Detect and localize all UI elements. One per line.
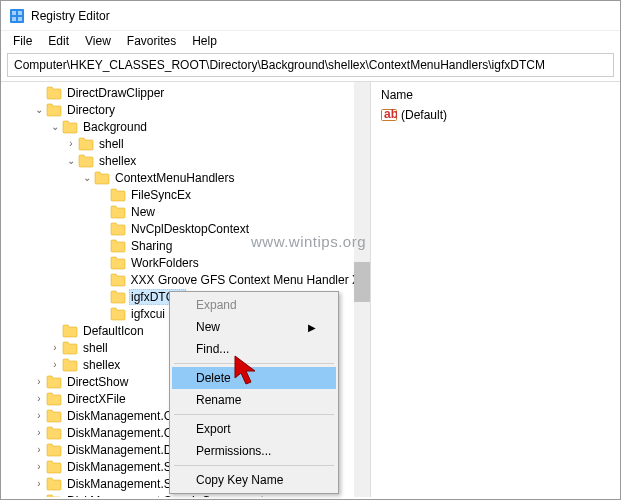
folder-icon <box>62 358 78 372</box>
chevron-right-icon[interactable]: › <box>33 376 45 387</box>
menu-item-label: Permissions... <box>196 444 271 458</box>
folder-icon <box>110 188 126 202</box>
address-bar[interactable]: Computer\HKEY_CLASSES_ROOT\Directory\Bac… <box>7 53 614 77</box>
menu-item-find-[interactable]: Find... <box>172 338 336 360</box>
menubar: File Edit View Favorites Help <box>1 31 620 51</box>
folder-icon <box>46 494 62 498</box>
chevron-down-icon[interactable]: ⌄ <box>49 121 61 132</box>
tree-item-label: DirectShow <box>65 375 130 389</box>
svg-rect-1 <box>12 11 16 15</box>
tree-item-label: shellex <box>97 154 138 168</box>
menu-item-delete[interactable]: Delete <box>172 367 336 389</box>
menu-separator <box>174 363 334 364</box>
folder-icon <box>110 239 126 253</box>
folder-icon <box>110 205 126 219</box>
menu-file[interactable]: File <box>5 32 40 50</box>
tree-item-label: DiskManagement.Sn <box>65 477 180 491</box>
menu-item-label: New <box>196 320 220 334</box>
menu-edit[interactable]: Edit <box>40 32 77 50</box>
folder-icon <box>46 392 62 406</box>
folder-icon <box>78 154 94 168</box>
chevron-right-icon[interactable]: › <box>33 393 45 404</box>
tree-scrollbar[interactable] <box>354 82 370 497</box>
value-row-default[interactable]: ab (Default) <box>379 106 612 124</box>
folder-icon <box>110 273 126 287</box>
tree-item-label: DefaultIcon <box>81 324 146 338</box>
folder-icon <box>62 341 78 355</box>
menu-view[interactable]: View <box>77 32 119 50</box>
svg-text:ab: ab <box>384 107 397 121</box>
folder-icon <box>78 137 94 151</box>
regedit-icon <box>9 8 25 24</box>
menu-favorites[interactable]: Favorites <box>119 32 184 50</box>
tree-item[interactable]: ⌄shellex <box>1 152 370 169</box>
tree-item[interactable]: ›shell <box>1 135 370 152</box>
svg-rect-3 <box>12 17 16 21</box>
menu-item-export[interactable]: Export <box>172 418 336 440</box>
chevron-right-icon[interactable]: › <box>49 359 61 370</box>
tree-item-label: ContextMenuHandlers <box>113 171 236 185</box>
tree-item-label: Directory <box>65 103 117 117</box>
tree-item-label: DirectXFile <box>65 392 128 406</box>
tree-item-label: Sharing <box>129 239 174 253</box>
folder-icon <box>62 120 78 134</box>
folder-icon <box>110 307 126 321</box>
context-menu: ExpandNew▶Find...DeleteRenameExportPermi… <box>169 291 339 494</box>
menu-help[interactable]: Help <box>184 32 225 50</box>
chevron-right-icon[interactable]: › <box>49 342 61 353</box>
menu-separator <box>174 414 334 415</box>
tree-item[interactable]: FileSyncEx <box>1 186 370 203</box>
menu-item-copy-key-name[interactable]: Copy Key Name <box>172 469 336 491</box>
chevron-down-icon[interactable]: ⌄ <box>81 172 93 183</box>
tree-item[interactable]: NvCplDesktopContext <box>1 220 370 237</box>
folder-icon <box>46 86 62 100</box>
chevron-down-icon[interactable]: ⌄ <box>33 104 45 115</box>
menu-item-label: Copy Key Name <box>196 473 283 487</box>
value-name: (Default) <box>401 108 447 122</box>
tree-item-label: Background <box>81 120 149 134</box>
window-title: Registry Editor <box>31 9 110 23</box>
tree-item-label: DiskManagement.Co <box>65 409 181 423</box>
menu-item-label: Rename <box>196 393 241 407</box>
tree-item-label: DirectDrawClipper <box>65 86 166 100</box>
folder-icon <box>46 103 62 117</box>
chevron-right-icon[interactable]: › <box>33 427 45 438</box>
tree-item[interactable]: New <box>1 203 370 220</box>
tree-item[interactable]: XXX Groove GFS Context Menu Handler XX <box>1 271 370 288</box>
menu-item-new[interactable]: New▶ <box>172 316 336 338</box>
menu-item-label: Delete <box>196 371 231 385</box>
tree-item[interactable]: ⌄Directory <box>1 101 370 118</box>
tree-item-label: WorkFolders <box>129 256 201 270</box>
svg-rect-2 <box>18 11 22 15</box>
tree-item[interactable]: DirectDrawClipper <box>1 84 370 101</box>
tree-scrollbar-thumb[interactable] <box>354 262 370 302</box>
chevron-right-icon[interactable]: › <box>33 478 45 489</box>
tree-item-label: FileSyncEx <box>129 188 193 202</box>
tree-item[interactable]: ⌄Background <box>1 118 370 135</box>
value-pane: Name ab (Default) <box>371 82 620 497</box>
menu-item-expand: Expand <box>172 294 336 316</box>
folder-icon <box>46 375 62 389</box>
folder-icon <box>94 171 110 185</box>
tree-item[interactable]: Sharing <box>1 237 370 254</box>
folder-icon <box>46 426 62 440</box>
chevron-right-icon[interactable]: › <box>33 444 45 455</box>
tree-item-label: New <box>129 205 157 219</box>
folder-icon <box>46 443 62 457</box>
chevron-down-icon[interactable]: ⌄ <box>65 155 77 166</box>
menu-item-permissions-[interactable]: Permissions... <box>172 440 336 462</box>
column-header-name[interactable]: Name <box>379 84 612 106</box>
folder-icon <box>46 477 62 491</box>
menu-item-rename[interactable]: Rename <box>172 389 336 411</box>
menu-item-label: Export <box>196 422 231 436</box>
folder-icon <box>46 409 62 423</box>
chevron-right-icon[interactable]: › <box>65 138 77 149</box>
chevron-right-icon[interactable]: › <box>33 461 45 472</box>
menu-item-label: Expand <box>196 298 237 312</box>
chevron-right-icon[interactable]: › <box>33 410 45 421</box>
titlebar: Registry Editor <box>1 1 620 31</box>
tree-item-label: DiskManagement.Sn <box>65 460 180 474</box>
tree-item[interactable]: WorkFolders <box>1 254 370 271</box>
tree-item[interactable]: ⌄ContextMenuHandlers <box>1 169 370 186</box>
menu-item-label: Find... <box>196 342 229 356</box>
